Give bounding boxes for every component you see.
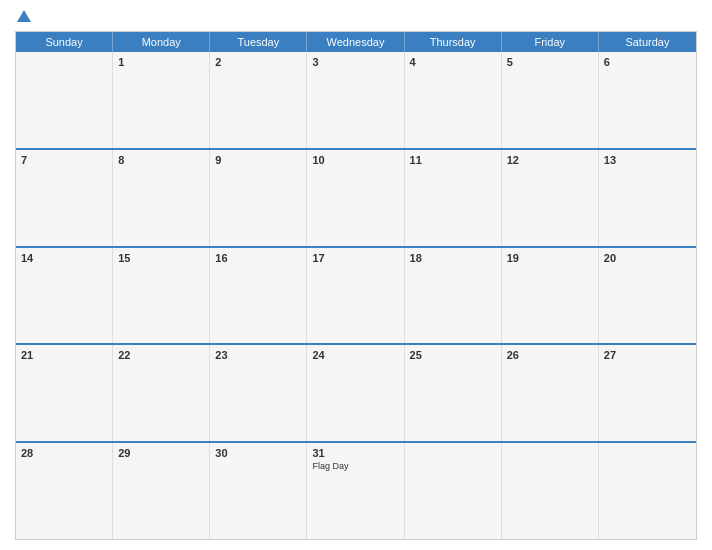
day-number: 13	[604, 154, 691, 166]
week-row-4: 21222324252627	[16, 343, 696, 441]
day-header-tuesday: Tuesday	[210, 32, 307, 52]
day-cell: 11	[405, 150, 502, 246]
day-number: 31	[312, 447, 398, 459]
day-cell: 22	[113, 345, 210, 441]
day-number: 3	[312, 56, 398, 68]
day-number: 8	[118, 154, 204, 166]
logo-triangle-icon	[17, 10, 31, 22]
day-number: 6	[604, 56, 691, 68]
day-cell: 3	[307, 52, 404, 148]
day-number: 9	[215, 154, 301, 166]
day-cell	[16, 52, 113, 148]
day-cell	[405, 443, 502, 539]
calendar-grid: SundayMondayTuesdayWednesdayThursdayFrid…	[15, 31, 697, 540]
day-number: 19	[507, 252, 593, 264]
day-number: 4	[410, 56, 496, 68]
day-header-saturday: Saturday	[599, 32, 696, 52]
day-number: 24	[312, 349, 398, 361]
day-cell: 5	[502, 52, 599, 148]
day-headers-row: SundayMondayTuesdayWednesdayThursdayFrid…	[16, 32, 696, 52]
day-cell: 27	[599, 345, 696, 441]
day-cell: 13	[599, 150, 696, 246]
calendar-page: SundayMondayTuesdayWednesdayThursdayFrid…	[0, 0, 712, 550]
day-number: 11	[410, 154, 496, 166]
day-header-thursday: Thursday	[405, 32, 502, 52]
day-cell: 23	[210, 345, 307, 441]
day-header-sunday: Sunday	[16, 32, 113, 52]
week-row-1: 123456	[16, 52, 696, 148]
weeks-container: 1234567891011121314151617181920212223242…	[16, 52, 696, 539]
day-number: 21	[21, 349, 107, 361]
day-number: 2	[215, 56, 301, 68]
day-number: 25	[410, 349, 496, 361]
day-number: 28	[21, 447, 107, 459]
day-cell: 25	[405, 345, 502, 441]
day-cell: 30	[210, 443, 307, 539]
day-cell: 21	[16, 345, 113, 441]
day-cell	[502, 443, 599, 539]
day-cell: 2	[210, 52, 307, 148]
day-cell: 20	[599, 248, 696, 344]
day-cell: 26	[502, 345, 599, 441]
day-number: 18	[410, 252, 496, 264]
day-cell: 16	[210, 248, 307, 344]
day-number: 14	[21, 252, 107, 264]
day-cell: 15	[113, 248, 210, 344]
day-cell: 24	[307, 345, 404, 441]
day-number: 12	[507, 154, 593, 166]
day-cell: 29	[113, 443, 210, 539]
day-cell: 12	[502, 150, 599, 246]
day-number: 27	[604, 349, 691, 361]
day-number: 23	[215, 349, 301, 361]
day-number: 16	[215, 252, 301, 264]
day-number: 15	[118, 252, 204, 264]
day-cell: 1	[113, 52, 210, 148]
day-header-friday: Friday	[502, 32, 599, 52]
day-cell: 28	[16, 443, 113, 539]
day-number: 7	[21, 154, 107, 166]
day-cell: 6	[599, 52, 696, 148]
day-number: 20	[604, 252, 691, 264]
day-event: Flag Day	[312, 461, 398, 471]
day-number: 5	[507, 56, 593, 68]
day-cell: 31Flag Day	[307, 443, 404, 539]
day-cell: 19	[502, 248, 599, 344]
day-cell: 14	[16, 248, 113, 344]
day-cell: 4	[405, 52, 502, 148]
week-row-5: 28293031Flag Day	[16, 441, 696, 539]
day-number: 22	[118, 349, 204, 361]
day-cell: 10	[307, 150, 404, 246]
day-cell: 18	[405, 248, 502, 344]
week-row-3: 14151617181920	[16, 246, 696, 344]
logo	[15, 10, 31, 23]
day-cell: 7	[16, 150, 113, 246]
day-cell: 8	[113, 150, 210, 246]
day-cell	[599, 443, 696, 539]
day-cell: 9	[210, 150, 307, 246]
day-number: 26	[507, 349, 593, 361]
day-number: 1	[118, 56, 204, 68]
day-number: 30	[215, 447, 301, 459]
day-header-wednesday: Wednesday	[307, 32, 404, 52]
day-number: 17	[312, 252, 398, 264]
header	[15, 10, 697, 23]
week-row-2: 78910111213	[16, 148, 696, 246]
day-cell: 17	[307, 248, 404, 344]
day-number: 29	[118, 447, 204, 459]
day-number: 10	[312, 154, 398, 166]
day-header-monday: Monday	[113, 32, 210, 52]
